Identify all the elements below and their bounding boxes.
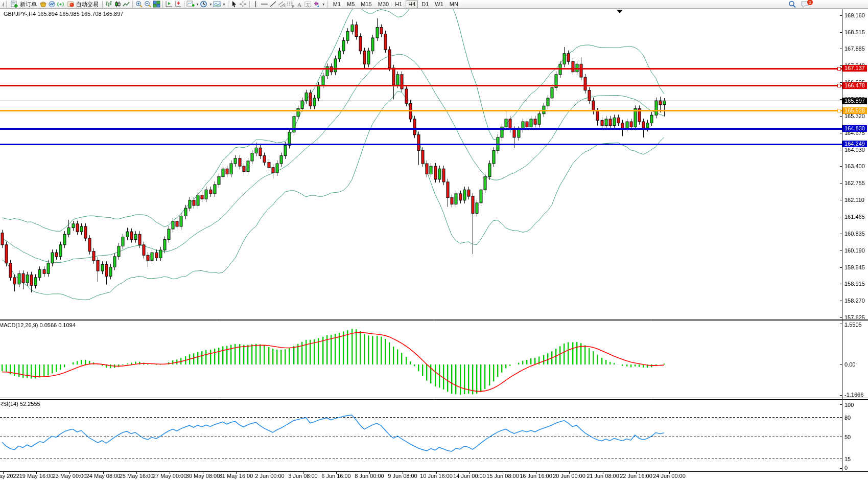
svg-text:T: T xyxy=(307,2,310,7)
arrows-icon[interactable] xyxy=(313,1,321,8)
zoom-in-icon[interactable] xyxy=(135,1,143,8)
arrows-dropdown-arrow[interactable]: ▼ xyxy=(322,3,325,6)
zoom-out-icon[interactable] xyxy=(144,1,152,8)
vertical-line-icon[interactable] xyxy=(252,1,260,8)
auto-trading-button[interactable]: 自动交易 xyxy=(65,0,100,8)
svg-text:A: A xyxy=(297,2,301,8)
toolbar-separator xyxy=(184,1,184,8)
main-toolbar: 新订单 自动交易 ▼ xyxy=(0,0,868,9)
new-order-button[interactable]: 新订单 xyxy=(9,0,38,8)
template-dropdown-arrow[interactable]: ▼ xyxy=(222,3,226,6)
toolbar-separator xyxy=(162,1,163,8)
svg-text:E: E xyxy=(284,4,286,8)
resistance-line-2-tag[interactable]: 166.478 xyxy=(842,82,867,89)
market-watch-icon[interactable] xyxy=(48,1,56,8)
timeframe-button-W1[interactable]: W1 xyxy=(432,1,446,8)
fibonacci-icon[interactable]: F xyxy=(287,1,295,8)
timeframe-button-M30[interactable]: M30 xyxy=(376,1,391,8)
tile-windows-icon[interactable] xyxy=(152,1,160,8)
candlestick-chart-icon[interactable] xyxy=(113,1,122,8)
svg-text:F: F xyxy=(292,5,294,8)
periods-icon[interactable] xyxy=(200,1,208,8)
chat-icon[interactable]: 1 xyxy=(801,1,811,8)
chart-shift-icon[interactable] xyxy=(174,1,182,8)
text-icon[interactable]: A xyxy=(295,1,303,8)
horizontal-line-icon[interactable] xyxy=(261,1,269,8)
toolbar-separator xyxy=(132,1,133,8)
chart-title: GBPJPY-,H4 165.894 165.985 165.708 165.8… xyxy=(4,11,123,17)
auto-trading-label: 自动交易 xyxy=(76,1,99,8)
timeframe-button-D1[interactable]: D1 xyxy=(419,1,431,8)
trendline-icon[interactable] xyxy=(269,1,277,8)
timeframe-button-H1[interactable]: H1 xyxy=(392,1,405,8)
clipped-icon xyxy=(0,1,4,8)
rsi-indicator-label: RSI(14) 52.2555 xyxy=(0,401,40,407)
indicators-icon[interactable] xyxy=(186,1,195,8)
timeframe-button-MN[interactable]: MN xyxy=(447,1,461,8)
toolbar-separator xyxy=(327,1,328,8)
signal-icon[interactable] xyxy=(56,1,64,8)
periods-dropdown-arrow[interactable]: ▼ xyxy=(209,3,213,6)
toolbar-separator xyxy=(102,1,103,8)
bucket-icon[interactable] xyxy=(39,1,47,8)
resistance-line-1-tag[interactable]: 167.137 xyxy=(842,65,867,72)
support-line-1-tag[interactable]: 164.830 xyxy=(842,125,867,132)
new-order-label: 新订单 xyxy=(20,1,37,8)
equidistant-channel-icon[interactable]: E xyxy=(278,1,286,8)
price-chart-canvas[interactable] xyxy=(0,0,868,480)
timeframe-button-M5[interactable]: M5 xyxy=(344,1,357,8)
template-icon[interactable] xyxy=(213,1,221,8)
support-line-2-tag[interactable]: 164.249 xyxy=(842,141,867,147)
new-order-icon xyxy=(10,1,18,8)
timeframe-button-H4[interactable]: H4 xyxy=(406,1,418,8)
crosshair-icon[interactable] xyxy=(239,1,247,8)
auto-trading-icon xyxy=(66,1,75,8)
pivot-line-tag[interactable]: 165.528 xyxy=(842,107,867,114)
cursor-icon[interactable] xyxy=(230,1,239,8)
toolbar-separator xyxy=(228,1,228,8)
line-chart-icon[interactable] xyxy=(122,1,130,8)
notification-badge: 1 xyxy=(807,0,813,5)
auto-scroll-icon[interactable] xyxy=(165,1,173,8)
indicators-dropdown-arrow[interactable]: ▼ xyxy=(196,3,199,6)
timeframe-button-M1[interactable]: M1 xyxy=(331,1,343,8)
macd-indicator-label: MACD(12,26,9) 0.0566 0.1094 xyxy=(0,322,76,328)
timeframe-button-M15[interactable]: M15 xyxy=(358,1,374,8)
search-icon[interactable] xyxy=(788,1,796,8)
text-label-icon[interactable]: T xyxy=(304,1,312,8)
toolbar-separator xyxy=(6,1,7,8)
bid-price-line-tag[interactable]: 165.897 xyxy=(842,98,867,104)
toolbar-right-group: 1 xyxy=(788,1,811,8)
bar-chart-icon[interactable] xyxy=(105,1,113,8)
timeframe-group: M1M5M15M30H1H4D1W1MN xyxy=(330,1,461,8)
toolbar-separator xyxy=(249,1,250,8)
